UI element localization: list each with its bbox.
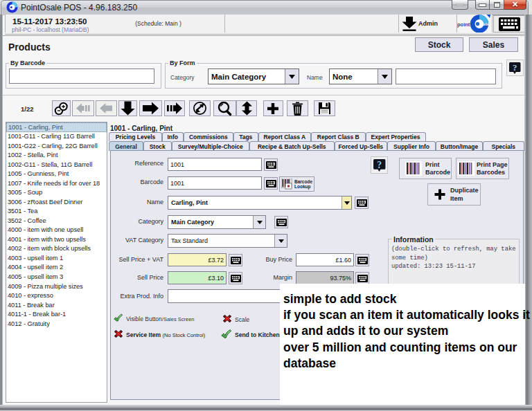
svg-text:sale: sale — [481, 22, 490, 26]
svg-text:?: ? — [377, 159, 382, 170]
svg-text:?: ? — [513, 62, 517, 73]
svg-text:point: point — [457, 21, 470, 28]
